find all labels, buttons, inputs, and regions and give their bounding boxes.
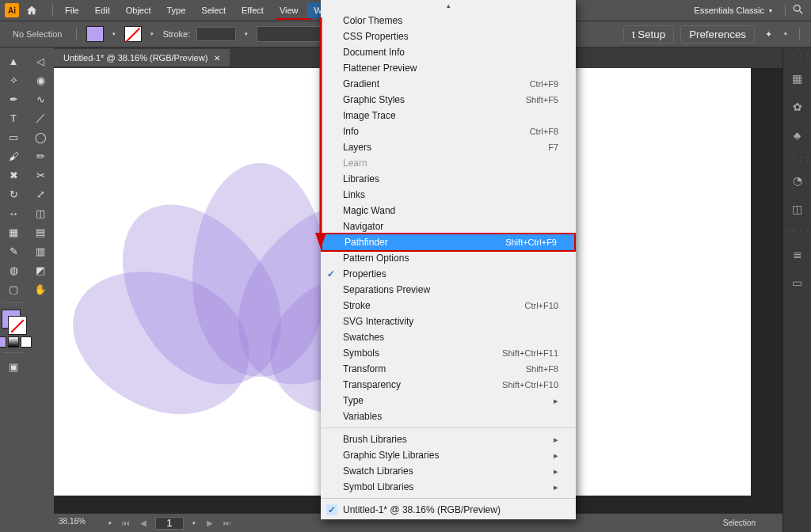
menu-item-separations-preview[interactable]: Separations Preview (321, 282, 576, 298)
artboard-dd[interactable]: ▾ (190, 520, 198, 526)
home-icon[interactable] (24, 2, 40, 18)
document-setup-button[interactable]: t Setup (623, 25, 674, 44)
zoom-level[interactable]: 38.16% (59, 517, 100, 530)
ellipse-tool[interactable]: ◯ (30, 128, 51, 146)
panel-swatches-icon[interactable]: ▦ (788, 69, 807, 88)
column-graph-tool[interactable]: ▥ (30, 242, 51, 260)
menu-item-libraries[interactable]: Libraries (321, 171, 576, 187)
eyedropper-tool[interactable]: ✎ (3, 242, 24, 260)
menu-scroll-up[interactable]: ▴ (321, 2, 576, 13)
type-tool[interactable]: T (3, 109, 24, 127)
gradient-tool[interactable]: ▤ (30, 223, 51, 241)
panel-layers-icon[interactable]: ≣ (788, 245, 807, 264)
stroke-swatch[interactable] (124, 26, 142, 42)
panel-color-icon[interactable]: ◔ (788, 171, 807, 190)
pencil-tool[interactable]: ✏ (30, 147, 51, 165)
stroke-dd[interactable]: ▾ (148, 31, 156, 37)
line-tool[interactable]: ／ (30, 109, 51, 127)
panel-artboards-icon[interactable]: ▭ (788, 273, 807, 292)
width-tool[interactable]: ↔ (3, 204, 24, 222)
artboard-number-input[interactable] (155, 517, 184, 530)
fill-dd[interactable]: ▾ (110, 31, 118, 37)
magic-wand-tool[interactable]: ✧ (3, 71, 24, 89)
workspace-switcher[interactable]: Essentials Classic ▾ (686, 3, 780, 17)
fill-stroke-proxy[interactable] (2, 310, 25, 333)
rotate-tool[interactable]: ↻ (3, 185, 24, 203)
panel-color-guide-icon[interactable]: ◫ (788, 200, 807, 218)
menu-item-symbol-libraries[interactable]: Symbol Libraries▸ (321, 479, 576, 495)
brush-definition[interactable] (257, 26, 328, 42)
menu-item-transform[interactable]: TransformShift+F8 (321, 361, 576, 377)
eraser-tool[interactable]: ✖ (3, 166, 24, 184)
color-mode-gradient[interactable] (8, 336, 19, 348)
free-transform-tool[interactable]: ◫ (30, 204, 51, 222)
menu-item-flattener-preview[interactable]: Flattener Preview (321, 60, 576, 76)
menu-item-brush-libraries[interactable]: Brush Libraries▸ (321, 431, 576, 447)
menu-type[interactable]: Type (160, 2, 193, 18)
menu-open-document[interactable]: Untitled-1* @ 38.16% (RGB/Preview) (321, 502, 576, 518)
lasso-tool[interactable]: ◉ (30, 71, 51, 89)
paintbrush-tool[interactable]: 🖌 (3, 147, 24, 165)
fill-swatch[interactable] (86, 26, 104, 42)
menu-item-swatch-libraries[interactable]: Swatch Libraries▸ (321, 463, 576, 479)
preferences-button[interactable]: Preferences (680, 25, 755, 44)
menu-edit[interactable]: Edit (88, 2, 117, 18)
stroke-weight-input[interactable] (196, 27, 236, 41)
scissors-tool[interactable]: ✂ (30, 166, 51, 184)
close-icon[interactable]: ✕ (214, 54, 220, 63)
color-mode-fill[interactable] (0, 336, 6, 348)
hand-tool[interactable]: ✋ (30, 280, 51, 298)
menu-item-stroke[interactable]: StrokeCtrl+F10 (321, 298, 576, 314)
menu-item-variables[interactable]: Variables (321, 408, 576, 424)
menu-item-image-trace[interactable]: Image Trace (321, 108, 576, 124)
menu-item-swatches[interactable]: Swatches (321, 329, 576, 345)
zoom-dd[interactable]: ▾ (106, 520, 114, 526)
prev-artboard-button[interactable]: ◀ (138, 519, 149, 527)
menu-item-graphic-style-libraries[interactable]: Graphic Style Libraries▸ (321, 447, 576, 463)
document-tab[interactable]: Untitled-1* @ 38.16% (RGB/Preview) ✕ (54, 49, 230, 66)
menu-item-transparency[interactable]: TransparencyShift+Ctrl+F10 (321, 377, 576, 393)
menu-item-navigator[interactable]: Navigator (321, 218, 576, 234)
align-dd[interactable]: ▾ (782, 31, 790, 37)
stroke-weight-dd[interactable]: ▾ (242, 31, 250, 37)
menu-item-graphic-styles[interactable]: Graphic StylesShift+F5 (321, 92, 576, 108)
menu-item-links[interactable]: Links (321, 187, 576, 203)
menu-select[interactable]: Select (194, 2, 233, 18)
menu-item-info[interactable]: InfoCtrl+F8 (321, 124, 576, 139)
pen-tool[interactable]: ✒ (3, 90, 24, 108)
color-mode-none[interactable] (21, 336, 32, 348)
panel-brushes-icon[interactable]: ✿ (788, 97, 807, 116)
menu-item-color-themes[interactable]: Color Themes (321, 13, 576, 28)
slice-tool[interactable]: ◩ (30, 261, 51, 279)
menu-item-symbols[interactable]: SymbolsShift+Ctrl+F11 (321, 345, 576, 361)
rectangle-tool[interactable]: ▭ (3, 128, 24, 146)
menu-view[interactable]: View (272, 2, 306, 18)
align-icon[interactable]: ✦ (761, 27, 775, 41)
menu-effect[interactable]: Effect (234, 2, 271, 18)
scale-tool[interactable]: ⤢ (30, 185, 51, 203)
menu-item-properties[interactable]: Properties (321, 266, 576, 282)
menu-item-magic-wand[interactable]: Magic Wand (321, 203, 576, 218)
next-artboard-button[interactable]: ▶ (204, 519, 215, 527)
menu-item-pathfinder[interactable]: PathfinderShift+Ctrl+F9 (321, 233, 576, 252)
menu-item-document-info[interactable]: Document Info (321, 44, 576, 60)
selection-tool[interactable]: ▲ (3, 52, 24, 70)
first-artboard-button[interactable]: ⏮ (120, 519, 131, 527)
last-artboard-button[interactable]: ⏭ (222, 519, 233, 527)
panel-symbols-icon[interactable]: ♣ (788, 126, 807, 145)
menu-object[interactable]: Object (119, 2, 158, 18)
mesh-tool[interactable]: ▦ (3, 223, 24, 241)
menu-item-layers[interactable]: LayersF7 (321, 139, 576, 155)
screen-mode[interactable]: ▣ (3, 358, 24, 375)
direct-selection-tool[interactable]: ◁ (30, 52, 51, 70)
menu-item-svg-interactivity[interactable]: SVG Interactivity (321, 314, 576, 329)
menu-file[interactable]: File (58, 2, 86, 18)
menu-item-css-properties[interactable]: CSS Properties (321, 28, 576, 44)
curvature-tool[interactable]: ∿ (30, 90, 51, 108)
blend-tool[interactable]: ◍ (3, 261, 24, 279)
artboard-tool[interactable]: ▢ (3, 280, 24, 298)
search-icon[interactable] (790, 4, 806, 17)
menu-item-pattern-options[interactable]: Pattern Options (321, 250, 576, 266)
menu-item-type[interactable]: Type▸ (321, 393, 576, 408)
menu-item-gradient[interactable]: GradientCtrl+F9 (321, 76, 576, 92)
